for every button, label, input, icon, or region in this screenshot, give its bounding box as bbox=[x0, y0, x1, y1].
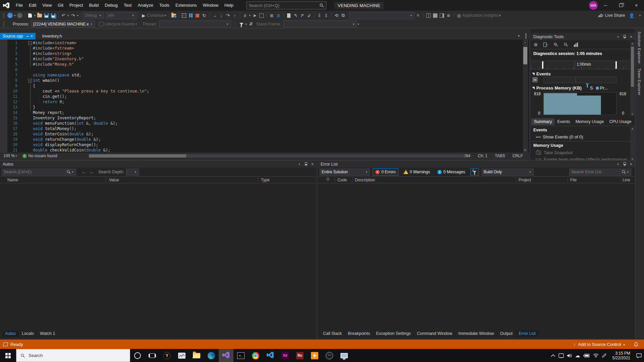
pointer-mode-button[interactable]: ➤ bbox=[252, 12, 258, 18]
diagnostics-window-button[interactable]: ⌂ bbox=[181, 12, 187, 18]
reset-view-chart-icon[interactable] bbox=[572, 42, 580, 48]
back-dropdown-icon[interactable]: ▾ bbox=[13, 14, 16, 17]
performance-profiler-button[interactable] bbox=[171, 12, 177, 18]
pin-icon[interactable] bbox=[624, 162, 626, 165]
window-position-icon[interactable]: ▾ bbox=[298, 163, 301, 166]
tab-watch-1[interactable]: Watch 1 bbox=[37, 330, 58, 337]
ru-app-icon[interactable]: Ru bbox=[292, 349, 307, 362]
code-line[interactable]: 17void totalMoney(); bbox=[0, 126, 522, 131]
pin-tab-icon[interactable]: ⊸ bbox=[26, 35, 29, 38]
stack-frame-combo[interactable]: ▾ bbox=[283, 20, 357, 27]
autos-body[interactable] bbox=[0, 183, 316, 329]
tab-autos[interactable]: Autos bbox=[2, 330, 19, 337]
speaker-icon[interactable] bbox=[567, 353, 572, 358]
continue-dropdown-icon[interactable]: ▾ bbox=[164, 14, 167, 17]
code-line[interactable]: 20void displayReturnChange(); bbox=[0, 142, 522, 147]
code-line[interactable]: 11 cin.get(); bbox=[0, 94, 522, 99]
application-insights-button[interactable]: Application Insights bbox=[462, 13, 498, 18]
scrollbar-thumb[interactable] bbox=[523, 47, 527, 64]
orange-app-icon[interactable] bbox=[307, 349, 322, 362]
onedrive-cloud-icon[interactable]: ☁ bbox=[575, 353, 580, 359]
task-view-icon[interactable] bbox=[145, 349, 160, 362]
wifi-icon[interactable] bbox=[593, 353, 599, 358]
save-all-button[interactable] bbox=[50, 12, 56, 18]
diagnostics-scrollbar-upper[interactable]: ∧ ∨ bbox=[630, 42, 635, 116]
column-project[interactable]: Project bbox=[519, 178, 531, 182]
cortana-icon[interactable] bbox=[130, 349, 145, 362]
notifications-bell-icon[interactable] bbox=[634, 342, 639, 347]
take-snapshot-button[interactable]: Take Snapshot bbox=[536, 150, 573, 155]
code-line[interactable]: 7using namespace std; bbox=[0, 72, 522, 78]
thread-filter-icon[interactable] bbox=[238, 21, 245, 27]
fold-collapse-icon[interactable]: − bbox=[28, 79, 32, 82]
diagnostics-tab-cpu-usage[interactable]: CPU Usage bbox=[606, 118, 634, 125]
close-button[interactable]: × bbox=[629, 0, 644, 11]
search-shallower-button[interactable]: ← bbox=[82, 169, 86, 175]
open-file-button[interactable] bbox=[37, 12, 43, 18]
zoom-out-icon[interactable] bbox=[562, 42, 570, 48]
code-line[interactable]: 14Money report; bbox=[0, 110, 522, 115]
undo-button[interactable]: ↶ bbox=[60, 12, 66, 18]
tab-breakpoints[interactable]: Breakpoints bbox=[345, 330, 373, 337]
error-search-box[interactable]: Search Error List ▾ bbox=[569, 169, 631, 176]
thread-combo[interactable]: ▾ bbox=[159, 20, 231, 27]
code-line[interactable]: 4#include"Inventory.h" bbox=[0, 56, 522, 62]
code-line[interactable]: 12 return 0; bbox=[0, 99, 522, 105]
menu-test[interactable]: Test bbox=[121, 0, 135, 11]
thread-filter-dropdown-icon[interactable]: ▾ bbox=[245, 22, 248, 26]
lifecycle-events-button[interactable]: Lifecycle Events bbox=[105, 22, 135, 26]
menu-window[interactable]: Window bbox=[200, 0, 221, 11]
next-bookmark-button[interactable]: ↱ bbox=[299, 12, 305, 18]
close-icon[interactable]: × bbox=[630, 162, 632, 167]
tabwell-dropdown-icon[interactable]: ▾ bbox=[518, 34, 520, 38]
battery-icon[interactable] bbox=[583, 354, 590, 358]
tab-inventory-h[interactable]: Inventory.h bbox=[40, 33, 64, 40]
tab-output[interactable]: Output bbox=[497, 330, 516, 337]
diagnostics-tab-events[interactable]: Events bbox=[554, 118, 573, 125]
tab-locals[interactable]: Locals bbox=[19, 330, 37, 337]
menu-tools[interactable]: Tools bbox=[156, 0, 172, 11]
tab-team-explorer[interactable]: Team Explorer bbox=[637, 68, 641, 96]
redo-button[interactable]: ↷ bbox=[70, 12, 76, 18]
redo-dropdown-icon[interactable]: ▾ bbox=[76, 14, 79, 17]
code-line[interactable]: 18void EnterCoin(double &); bbox=[0, 131, 522, 137]
code-line[interactable]: 5#include"Money.h" bbox=[0, 62, 522, 67]
edge-icon[interactable] bbox=[204, 349, 219, 362]
quick-search-box[interactable]: Search (Ctrl+Q) bbox=[247, 1, 326, 9]
column-code[interactable]: Code bbox=[337, 178, 347, 182]
minimize-button[interactable]: ─ bbox=[598, 0, 613, 11]
taskbar-search-box[interactable]: Search bbox=[16, 349, 130, 362]
restore-button[interactable] bbox=[613, 0, 629, 11]
toolbar-grip[interactable] bbox=[3, 13, 5, 18]
prev-bookmark-button[interactable]: ↰ bbox=[292, 12, 299, 18]
decrease-indent-button[interactable]: ≣ bbox=[269, 12, 275, 18]
menu-edit[interactable]: Edit bbox=[26, 0, 39, 11]
navigate-forward-button[interactable]: → bbox=[17, 12, 23, 18]
clock-app-icon[interactable]: Y bbox=[160, 349, 174, 362]
xml-visualizer-button[interactable]: ⧉ bbox=[340, 12, 346, 18]
code-line[interactable]: 8−int wmain() bbox=[0, 78, 522, 83]
refresh-data-button[interactable]: ⟲ bbox=[333, 12, 339, 18]
full-layout-button[interactable] bbox=[432, 12, 438, 18]
navigate-back-button[interactable]: ← bbox=[7, 12, 13, 18]
hscrollbar-thumb[interactable] bbox=[89, 154, 186, 158]
hex-dropdown-icon[interactable]: ▾ bbox=[249, 14, 252, 17]
dark-circle-app-icon[interactable]: ◠ bbox=[322, 349, 337, 362]
eol-indicator[interactable]: CRLF bbox=[513, 154, 523, 158]
visual-studio-blue-icon[interactable] bbox=[263, 349, 278, 362]
code-line[interactable]: 1−#include<iostream> bbox=[0, 40, 522, 46]
memory-section-header[interactable]: Process Memory (KB) S Pr... bbox=[532, 85, 608, 90]
file-explorer-icon[interactable] bbox=[189, 349, 204, 362]
live-share-button[interactable]: Live Share bbox=[598, 13, 625, 18]
code-line[interactable]: 2#include<fstream> bbox=[0, 46, 522, 51]
user-avatar[interactable]: WA bbox=[589, 1, 598, 10]
column-name[interactable]: Name bbox=[0, 178, 18, 182]
hex-display-button[interactable]: # bbox=[242, 12, 248, 18]
column-type[interactable]: Type bbox=[261, 178, 270, 182]
menu-project[interactable]: Project bbox=[66, 0, 86, 11]
export-icon[interactable] bbox=[542, 42, 549, 48]
column-indicator[interactable]: Ch: 1 bbox=[478, 154, 488, 158]
package-button[interactable]: ⧈ bbox=[445, 12, 451, 18]
diagnostics-scrollbar-lower[interactable]: ∧ ∨ bbox=[630, 127, 635, 161]
menu-analyze[interactable]: Analyze bbox=[135, 0, 156, 11]
